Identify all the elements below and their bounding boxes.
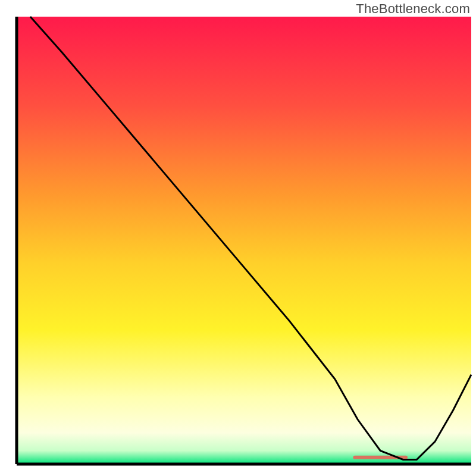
gradient-background (17, 17, 471, 464)
bottleneck-chart: TheBottleneck.com (0, 0, 476, 476)
plot-area (17, 17, 471, 464)
chart-svg (0, 0, 476, 476)
watermark-text: TheBottleneck.com (356, 1, 470, 17)
